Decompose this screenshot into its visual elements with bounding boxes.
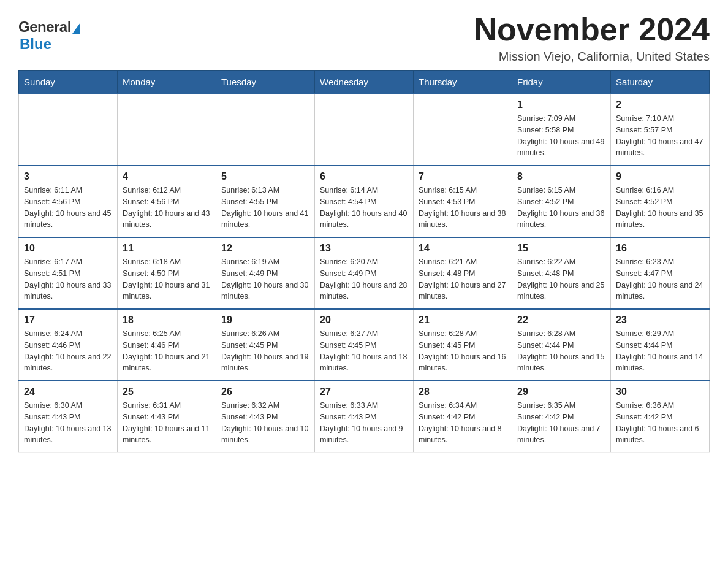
day-info: Sunrise: 6:15 AMSunset: 4:52 PMDaylight:…	[517, 185, 605, 231]
day-info: Sunrise: 6:30 AMSunset: 4:43 PMDaylight:…	[24, 400, 112, 446]
day-number: 26	[221, 386, 309, 397]
calendar-cell: 14Sunrise: 6:21 AMSunset: 4:48 PMDayligh…	[414, 237, 512, 309]
day-info: Sunrise: 6:24 AMSunset: 4:46 PMDaylight:…	[24, 328, 112, 374]
day-info: Sunrise: 6:31 AMSunset: 4:43 PMDaylight:…	[123, 400, 211, 446]
day-info: Sunrise: 6:16 AMSunset: 4:52 PMDaylight:…	[616, 185, 704, 231]
calendar-week-row: 24Sunrise: 6:30 AMSunset: 4:43 PMDayligh…	[19, 381, 710, 453]
calendar-week-row: 10Sunrise: 6:17 AMSunset: 4:51 PMDayligh…	[19, 237, 710, 309]
calendar-cell: 23Sunrise: 6:29 AMSunset: 4:44 PMDayligh…	[611, 309, 710, 381]
day-number: 21	[419, 315, 507, 326]
calendar-cell: 12Sunrise: 6:19 AMSunset: 4:49 PMDayligh…	[216, 237, 315, 309]
calendar-cell: 27Sunrise: 6:33 AMSunset: 4:43 PMDayligh…	[315, 381, 414, 453]
calendar-week-row: 17Sunrise: 6:24 AMSunset: 4:46 PMDayligh…	[19, 309, 710, 381]
calendar-cell: 5Sunrise: 6:13 AMSunset: 4:55 PMDaylight…	[216, 166, 315, 237]
calendar-cell: 13Sunrise: 6:20 AMSunset: 4:49 PMDayligh…	[315, 237, 414, 309]
calendar-cell: 26Sunrise: 6:32 AMSunset: 4:43 PMDayligh…	[216, 381, 315, 453]
day-info: Sunrise: 7:10 AMSunset: 5:57 PMDaylight:…	[616, 113, 704, 159]
calendar-cell: 19Sunrise: 6:26 AMSunset: 4:45 PMDayligh…	[216, 309, 315, 381]
calendar-cell: 3Sunrise: 6:11 AMSunset: 4:56 PMDaylight…	[19, 166, 118, 237]
calendar-cell: 6Sunrise: 6:14 AMSunset: 4:54 PMDaylight…	[315, 166, 414, 237]
calendar-cell: 21Sunrise: 6:28 AMSunset: 4:45 PMDayligh…	[414, 309, 512, 381]
day-number: 7	[419, 171, 507, 182]
logo-general-text: General	[18, 18, 71, 36]
day-number: 5	[221, 171, 309, 182]
day-info: Sunrise: 7:09 AMSunset: 5:58 PMDaylight:…	[517, 113, 605, 159]
day-number: 15	[517, 243, 605, 254]
day-number: 29	[517, 386, 605, 397]
calendar-cell: 4Sunrise: 6:12 AMSunset: 4:56 PMDaylight…	[118, 166, 216, 237]
day-number: 10	[24, 243, 112, 254]
calendar-cell: 2Sunrise: 7:10 AMSunset: 5:57 PMDaylight…	[611, 94, 710, 166]
day-number: 13	[320, 243, 408, 254]
day-number: 22	[517, 315, 605, 326]
title-area: November 2024 Mission Viejo, California,…	[474, 12, 710, 64]
day-info: Sunrise: 6:19 AMSunset: 4:49 PMDaylight:…	[221, 256, 309, 302]
day-number: 16	[616, 243, 704, 254]
day-info: Sunrise: 6:29 AMSunset: 4:44 PMDaylight:…	[616, 328, 704, 374]
calendar-cell	[19, 94, 118, 166]
calendar-cell: 17Sunrise: 6:24 AMSunset: 4:46 PMDayligh…	[19, 309, 118, 381]
calendar-cell	[118, 94, 216, 166]
calendar-cell: 29Sunrise: 6:35 AMSunset: 4:42 PMDayligh…	[512, 381, 611, 453]
calendar-cell: 1Sunrise: 7:09 AMSunset: 5:58 PMDaylight…	[512, 94, 611, 166]
day-number: 4	[123, 171, 211, 182]
day-info: Sunrise: 6:27 AMSunset: 4:45 PMDaylight:…	[320, 328, 408, 374]
day-info: Sunrise: 6:20 AMSunset: 4:49 PMDaylight:…	[320, 256, 408, 302]
day-number: 18	[123, 315, 211, 326]
calendar-cell: 22Sunrise: 6:28 AMSunset: 4:44 PMDayligh…	[512, 309, 611, 381]
day-number: 28	[419, 386, 507, 397]
day-number: 19	[221, 315, 309, 326]
weekday-header-tuesday: Tuesday	[216, 71, 315, 94]
day-number: 6	[320, 171, 408, 182]
calendar-cell: 7Sunrise: 6:15 AMSunset: 4:53 PMDaylight…	[414, 166, 512, 237]
day-info: Sunrise: 6:22 AMSunset: 4:48 PMDaylight:…	[517, 256, 605, 302]
calendar-cell: 8Sunrise: 6:15 AMSunset: 4:52 PMDaylight…	[512, 166, 611, 237]
day-info: Sunrise: 6:28 AMSunset: 4:45 PMDaylight:…	[419, 328, 507, 374]
calendar-cell: 20Sunrise: 6:27 AMSunset: 4:45 PMDayligh…	[315, 309, 414, 381]
weekday-header-thursday: Thursday	[414, 71, 512, 94]
day-number: 2	[616, 99, 704, 110]
day-number: 27	[320, 386, 408, 397]
page-subtitle: Mission Viejo, California, United States	[474, 50, 710, 64]
calendar-cell: 18Sunrise: 6:25 AMSunset: 4:46 PMDayligh…	[118, 309, 216, 381]
day-info: Sunrise: 6:15 AMSunset: 4:53 PMDaylight:…	[419, 185, 507, 231]
day-info: Sunrise: 6:28 AMSunset: 4:44 PMDaylight:…	[517, 328, 605, 374]
calendar-cell: 9Sunrise: 6:16 AMSunset: 4:52 PMDaylight…	[611, 166, 710, 237]
calendar-cell	[414, 94, 512, 166]
day-number: 14	[419, 243, 507, 254]
logo: General Blue	[18, 12, 80, 53]
day-number: 12	[221, 243, 309, 254]
day-number: 11	[123, 243, 211, 254]
day-number: 17	[24, 315, 112, 326]
day-info: Sunrise: 6:13 AMSunset: 4:55 PMDaylight:…	[221, 185, 309, 231]
day-info: Sunrise: 6:32 AMSunset: 4:43 PMDaylight:…	[221, 400, 309, 446]
day-number: 20	[320, 315, 408, 326]
calendar-cell: 15Sunrise: 6:22 AMSunset: 4:48 PMDayligh…	[512, 237, 611, 309]
calendar-week-row: 3Sunrise: 6:11 AMSunset: 4:56 PMDaylight…	[19, 166, 710, 237]
weekday-header-saturday: Saturday	[611, 71, 710, 94]
day-number: 8	[517, 171, 605, 182]
weekday-header-wednesday: Wednesday	[315, 71, 414, 94]
weekday-header-row: SundayMondayTuesdayWednesdayThursdayFrid…	[19, 71, 710, 94]
day-info: Sunrise: 6:11 AMSunset: 4:56 PMDaylight:…	[24, 185, 112, 231]
calendar-cell: 25Sunrise: 6:31 AMSunset: 4:43 PMDayligh…	[118, 381, 216, 453]
calendar-cell	[315, 94, 414, 166]
page-header: General Blue November 2024 Mission Viejo…	[18, 12, 710, 64]
day-number: 1	[517, 99, 605, 110]
day-number: 3	[24, 171, 112, 182]
day-number: 23	[616, 315, 704, 326]
day-info: Sunrise: 6:36 AMSunset: 4:42 PMDaylight:…	[616, 400, 704, 446]
day-number: 9	[616, 171, 704, 182]
calendar-cell: 10Sunrise: 6:17 AMSunset: 4:51 PMDayligh…	[19, 237, 118, 309]
weekday-header-monday: Monday	[118, 71, 216, 94]
calendar-week-row: 1Sunrise: 7:09 AMSunset: 5:58 PMDaylight…	[19, 94, 710, 166]
day-info: Sunrise: 6:14 AMSunset: 4:54 PMDaylight:…	[320, 185, 408, 231]
calendar-cell: 16Sunrise: 6:23 AMSunset: 4:47 PMDayligh…	[611, 237, 710, 309]
day-info: Sunrise: 6:26 AMSunset: 4:45 PMDaylight:…	[221, 328, 309, 374]
calendar-cell	[216, 94, 315, 166]
calendar-cell: 11Sunrise: 6:18 AMSunset: 4:50 PMDayligh…	[118, 237, 216, 309]
day-info: Sunrise: 6:34 AMSunset: 4:42 PMDaylight:…	[419, 400, 507, 446]
calendar-cell: 24Sunrise: 6:30 AMSunset: 4:43 PMDayligh…	[19, 381, 118, 453]
day-info: Sunrise: 6:33 AMSunset: 4:43 PMDaylight:…	[320, 400, 408, 446]
day-number: 25	[123, 386, 211, 397]
